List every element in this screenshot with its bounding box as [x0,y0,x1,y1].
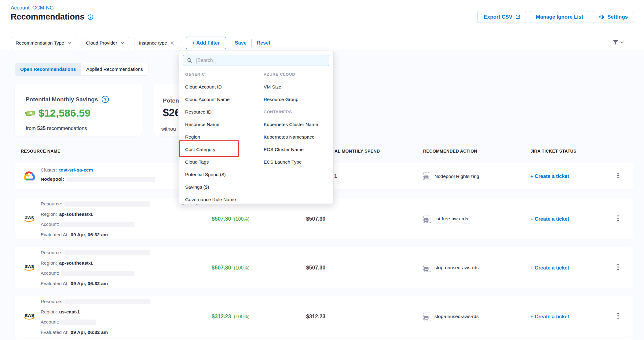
partial-card-subtext: withou [161,126,176,132]
section-header-containers: CONTAINERS [264,106,331,118]
page-header: Account: CCM-NG Recommendations Export C… [0,0,644,50]
redacted-value [61,222,134,227]
dropdown-item-governance-rule-name[interactable]: Governance Rule Name [185,193,260,206]
create-ticket-link[interactable]: + Create a ticket [530,216,569,222]
image-placeholder-icon [423,263,431,272]
savings-percentage: (100%) [234,265,250,270]
redacted-value [64,299,150,304]
recommended-action-label: stop-unused-aws-rds [434,265,479,270]
aws-icon: aws [23,215,35,222]
dropdown-item-kubernetes-namespace[interactable]: Kubernetes Namespace [264,131,331,143]
filter-chip-cloud-provider[interactable]: Cloud Provider [81,37,129,49]
export-csv-button[interactable]: Export CSV [478,11,526,23]
tab-applied-recommendations[interactable]: Applied Recommendations [81,63,148,75]
row-menu-kebab-icon[interactable] [616,214,620,224]
dropdown-item-resource-name[interactable]: Resource Name [185,118,260,131]
highlight-box-cost-category [179,140,239,157]
savings-amount: $12,586.59 [38,107,90,119]
info-icon[interactable] [87,14,93,20]
dropdown-item-ecs-launch-type[interactable]: ECS Launch Type [264,156,331,168]
partial-card-amount: $26 [163,107,178,119]
redacted-value [66,177,155,182]
nodepool-label: Nodepool: [41,176,64,182]
dropdown-column-generic: GENERIC Cloud Account ID Cloud Account N… [185,68,260,206]
monthly-spend-value: $312.23 [306,313,325,320]
dropdown-item-cloud-tags[interactable]: Cloud Tags [185,156,260,168]
clipped-spend-fragment: 1 [334,173,337,179]
account-label: Account: [41,222,59,227]
instance-type-label: Instance type [139,40,167,46]
dropdown-item-ecs-cluster-name[interactable]: ECS Cluster Name [264,143,331,156]
savings-percentage: (100%) [234,216,250,222]
search-input[interactable] [183,55,329,66]
column-header-resource-name: RESOURCE NAME [21,149,60,154]
cluster-name-link[interactable]: test-sri-qa-ccm [59,167,93,173]
recommendation-type-label: Recommendation Type [16,40,64,46]
dropdown-item-potential-spend[interactable]: Potential Spend ($) [185,168,260,181]
filter-chip-instance-type[interactable]: Instance type [134,37,179,49]
dropdown-item-vm-size[interactable]: VM Size [264,81,331,93]
dropdown-item-cloud-account-id[interactable]: Cloud Account ID [185,81,260,93]
table-row[interactable]: aws Resource: Region: ap-southeast-1 Acc… [15,247,633,288]
breadcrumb[interactable]: Account: CCM-NG [11,5,54,11]
help-icon[interactable]: ? [101,96,109,103]
savings-subtext: from 535 recommendations [26,125,87,131]
table-row[interactable]: aws Resource: Region: ap-southeast-1 Acc… [15,198,633,239]
page-title: Recommendations [11,12,85,22]
tab-open-recommendations[interactable]: Open Recommendations [15,63,81,75]
redacted-value [61,320,96,325]
filter-bar: Recommendation Type Cloud Provider Insta… [11,37,270,49]
recommended-action-label: list-free-aws-rds [434,216,468,222]
image-placeholder-icon [423,312,431,320]
recommendations-page: Account: CCM-NG Recommendations Export C… [0,0,644,340]
filter-panel-toggle[interactable] [612,40,624,45]
dropdown-item-savings[interactable]: Savings ($) [185,181,260,193]
savings-card-title: Potential Monthly Savings [26,96,98,103]
chevron-down-icon [620,42,624,44]
next-row-sliver [15,338,633,340]
manage-ignore-list-label: Manage Ignore List [536,14,583,20]
create-ticket-link[interactable]: + Create a ticket [530,173,569,179]
column-header-recommended-action: RECOMMENDED ACTION [423,149,477,154]
evaluated-at-label: Evaluated At: [41,232,68,237]
add-filter-button[interactable]: + Add Filter [186,37,226,49]
region-label: Region: [41,260,57,266]
close-icon[interactable] [170,41,174,45]
column-header-monthly-spend: AL MONTHLY SPEND [335,149,380,154]
region-value: ap-southeast-1 [59,212,93,217]
resource-label: Resource: [41,299,62,304]
create-ticket-link[interactable]: + Create a ticket [530,265,569,270]
save-filter-button[interactable]: Save [235,40,247,46]
create-ticket-link[interactable]: + Create a ticket [530,313,569,319]
settings-button[interactable]: Settings [593,11,634,23]
recommended-action-label: Nodepool Rightsizing [434,173,479,179]
manage-ignore-list-button[interactable]: Manage Ignore List [530,11,589,23]
table-row[interactable]: aws Resource: Region: us-east-1 Account:… [15,296,633,337]
cluster-label: Cluster: [41,167,57,173]
dropdown-column-cloud: AZURE CLOUD VM Size Resource Group CONTA… [264,68,331,168]
gcp-icon [23,171,35,182]
row-menu-kebab-icon[interactable] [616,171,620,181]
money-icon [25,109,35,117]
export-csv-label: Export CSV [484,14,512,20]
funnel-icon [612,40,619,45]
row-menu-kebab-icon[interactable] [616,262,620,273]
chevron-down-icon [68,42,71,44]
dropdown-item-cloud-account-name[interactable]: Cloud Account Name [185,93,260,106]
monthly-savings-value: $312.23 [212,313,231,320]
potential-monthly-savings-card: Potential Monthly Savings ? $12,586.59 f… [15,84,142,136]
dropdown-item-kubernetes-cluster-name[interactable]: Kubernetes Cluster Name [264,118,331,131]
savings-percentage: (100%) [234,314,250,319]
evaluated-at-label: Evaluated At: [41,281,68,286]
aws-icon: aws [23,264,35,271]
row-menu-kebab-icon[interactable] [616,311,620,321]
dropdown-item-resource-id[interactable]: Resource ID [185,106,260,118]
add-filter-dropdown: GENERIC Cloud Account ID Cloud Account N… [179,51,334,204]
reset-filter-button[interactable]: Reset [257,40,270,46]
recommendations-tabs: Open Recommendations Applied Recommendat… [15,63,148,76]
resource-label: Resource: [41,201,62,207]
redacted-value [64,201,150,207]
filter-chip-recommendation-type[interactable]: Recommendation Type [11,37,76,49]
column-header-jira-ticket-status: JIRA TICKET STATUS [530,149,576,154]
dropdown-item-resource-group[interactable]: Resource Group [264,93,331,106]
